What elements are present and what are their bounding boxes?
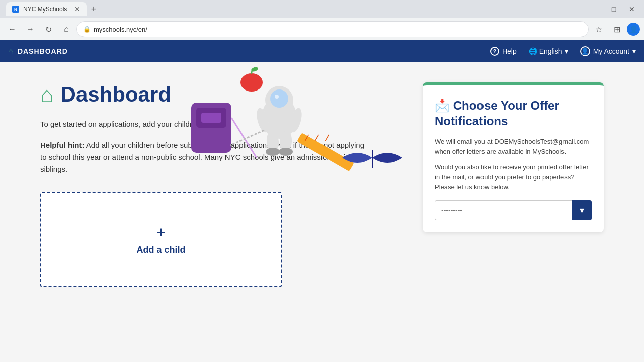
help-button[interactable]: ? Help — [490, 47, 517, 56]
active-tab[interactable]: N NYC MySchools ✕ — [6, 2, 87, 16]
language-label: English — [539, 47, 562, 55]
dropdown-chevron-icon: ▾ — [580, 205, 584, 216]
app-nav-right: ? Help 🌐 English ▾ 👤 My Account ▾ — [490, 46, 636, 56]
notification-select-dropdown-button[interactable]: ▾ — [572, 200, 592, 220]
account-icon: 👤 — [580, 46, 590, 56]
window-controls: — □ ✕ — [590, 3, 638, 15]
title-bar: N NYC MySchools ✕ + — □ ✕ — [0, 0, 644, 18]
page-title-row: ⌂ Dashboard — [40, 82, 372, 107]
tab-favicon: N — [12, 6, 19, 13]
close-window-button[interactable]: ✕ — [626, 3, 638, 15]
notification-email-text: We will email you at DOEMySchoolsTest@gm… — [435, 137, 592, 156]
hint-text: Helpful hint: Add all your children befo… — [40, 139, 372, 175]
address-text: myschools.nyc/en/ — [94, 26, 582, 33]
forward-button[interactable]: → — [22, 21, 38, 37]
help-label: Help — [502, 47, 517, 55]
back-button[interactable]: ← — [4, 21, 20, 37]
add-child-label: Add a child — [136, 245, 185, 255]
extensions-button[interactable]: ⊞ — [609, 21, 625, 37]
minimize-button[interactable]: — — [590, 3, 602, 15]
app-nav-left: ⌂ DASHBOARD — [8, 46, 68, 57]
svg-point-1 — [251, 67, 259, 72]
left-section: ⌂ Dashboard To get started on applicatio… — [40, 82, 372, 342]
app-navbar: ⌂ DASHBOARD ? Help 🌐 English ▾ 👤 My Acco… — [0, 40, 644, 62]
new-tab-button[interactable]: + — [87, 2, 101, 16]
bookmark-button[interactable]: ☆ — [591, 21, 607, 37]
language-selector[interactable]: 🌐 English ▾ — [529, 47, 568, 55]
app-nav-title[interactable]: DASHBOARD — [18, 47, 68, 55]
add-child-plus-icon: + — [156, 223, 166, 242]
reload-button[interactable]: ↻ — [40, 21, 56, 37]
browser-user-avatar[interactable]: 👤 — [627, 23, 640, 36]
notification-select-row: ▾ — [435, 200, 592, 220]
account-chevron-icon: ▾ — [632, 47, 636, 55]
maximize-button[interactable]: □ — [608, 3, 620, 15]
language-chevron-icon: ▾ — [565, 47, 568, 55]
my-account-button[interactable]: 👤 My Account ▾ — [580, 46, 636, 56]
notification-preference-select[interactable] — [435, 200, 572, 220]
account-label: My Account — [593, 47, 629, 55]
add-child-card[interactable]: + Add a child — [40, 192, 282, 287]
address-bar[interactable]: 🔒 myschools.nyc/en/ — [76, 21, 589, 37]
app-home-icon: ⌂ — [8, 46, 14, 57]
help-icon: ? — [490, 47, 499, 56]
notification-card: 📩 Choose Your Offer Notifications We wil… — [423, 82, 604, 232]
browser-actions: ☆ ⊞ 👤 — [591, 21, 640, 37]
intro-text: To get started on applications, add your… — [40, 119, 372, 130]
address-bar-row: ← → ↻ ⌂ 🔒 myschools.nyc/en/ ☆ ⊞ 👤 — [0, 18, 644, 40]
translate-icon: 🌐 — [529, 47, 537, 55]
tab-title: NYC MySchools — [23, 6, 67, 13]
page-title: Dashboard — [61, 82, 171, 107]
lock-icon: 🔒 — [83, 26, 91, 33]
notification-title: 📩 Choose Your Offer Notifications — [435, 98, 592, 129]
tab-bar: N NYC MySchools ✕ + — [6, 2, 590, 16]
home-button[interactable]: ⌂ — [58, 21, 74, 37]
tab-close-button[interactable]: ✕ — [74, 5, 80, 13]
main-content: ⌂ Dashboard To get started on applicatio… — [0, 62, 644, 362]
notification-body-text: Would you also like to receive your prin… — [435, 162, 592, 192]
dashboard-house-icon: ⌂ — [40, 83, 54, 106]
